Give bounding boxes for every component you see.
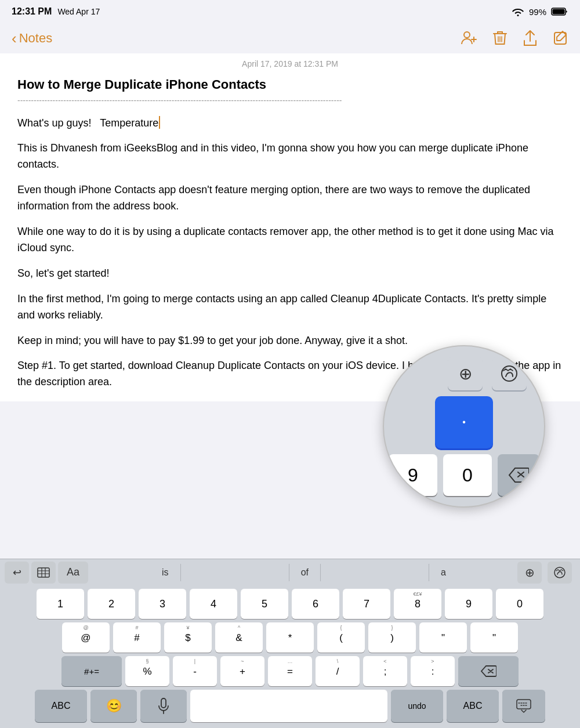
magnify-scribble-svg <box>499 364 519 383</box>
key-6-label: 6 <box>313 599 318 609</box>
key-percent-label: % <box>143 667 151 676</box>
key-5-label: 5 <box>262 599 267 609</box>
key-2[interactable]: 2 <box>88 589 135 619</box>
predictive-word-1[interactable]: is <box>150 564 181 581</box>
key-0[interactable]: 0 <box>496 589 543 619</box>
nav-actions <box>459 29 568 48</box>
trash-icon[interactable] <box>492 29 508 48</box>
key-8[interactable]: €£¥ 8 <box>394 589 441 619</box>
key-lparen-label: ( <box>339 633 343 643</box>
back-button[interactable]: ‹ Notes <box>12 31 52 46</box>
key-1-label: 1 <box>57 599 63 609</box>
key-abc2[interactable]: ABC <box>447 690 499 722</box>
predictive-bar: ↩ Aa is of a ⊕ <box>0 559 580 585</box>
key-emoji-label: 😊 <box>106 700 122 712</box>
key-star[interactable]: * <box>266 622 314 653</box>
key-rquote[interactable]: " <box>470 622 518 653</box>
magnify-add-icon[interactable]: ⊕ <box>448 357 483 390</box>
key-dash-label: - <box>193 667 197 676</box>
keyboard-dismiss-icon[interactable]: ↩ <box>5 562 29 584</box>
key-dollar[interactable]: ¥ $ <box>164 622 212 653</box>
key-at[interactable]: @ @ <box>62 622 110 653</box>
predictive-word-2[interactable]: of <box>289 564 321 581</box>
key-4[interactable]: 4 <box>190 589 237 619</box>
svg-point-2 <box>464 32 470 38</box>
magnify-bottom-row: 9 0 <box>389 454 539 496</box>
key-slash[interactable]: \ / <box>316 656 360 686</box>
key-emoji[interactable]: 😊 <box>90 690 137 722</box>
key-dollar-label: $ <box>185 633 190 643</box>
share-icon[interactable] <box>522 29 538 48</box>
key-rquote-label: " <box>492 633 496 643</box>
magnify-center-key[interactable]: • <box>435 396 493 448</box>
key-keyboard-dismiss[interactable] <box>502 690 545 722</box>
key-3[interactable]: 3 <box>139 589 186 619</box>
key-plus[interactable]: ~ + <box>220 656 264 686</box>
scribble-icon[interactable] <box>548 562 572 584</box>
magnify-9-label: 9 <box>408 465 418 486</box>
key-percent-sublabel: § <box>125 659 169 664</box>
magnify-key-0[interactable]: 0 <box>443 454 492 496</box>
predictive-word-3[interactable]: a <box>429 564 458 581</box>
key-3-label: 3 <box>160 599 165 609</box>
key-7[interactable]: 7 <box>343 589 390 619</box>
compose-icon[interactable] <box>552 29 568 48</box>
text-cursor <box>159 116 160 129</box>
key-lquote[interactable]: " <box>419 622 467 653</box>
note-para-2: Even though iPhone Contacts app doesn't … <box>17 182 563 215</box>
key-rparen-sublabel: } <box>368 625 416 631</box>
magnify-overlay: ⊕ • 9 0 <box>383 345 545 508</box>
table-icon[interactable] <box>31 562 56 584</box>
format-icon[interactable]: Aa <box>58 562 88 584</box>
key-hash[interactable]: # # <box>113 622 161 653</box>
key-abc[interactable]: ABC <box>35 690 87 722</box>
key-slash-sublabel: \ <box>316 659 360 664</box>
magnify-0-label: 0 <box>462 465 473 486</box>
key-undo[interactable]: undo <box>391 690 443 722</box>
predictive-suggestions: is of a <box>90 564 517 581</box>
keyboard-hide-icon <box>516 699 531 713</box>
magnify-key-9[interactable]: 9 <box>389 454 437 496</box>
magnify-center-label: • <box>462 417 466 428</box>
key-colon[interactable]: > : <box>411 656 455 686</box>
note-para-6: In the first method, I'm going to merge … <box>17 291 563 324</box>
key-1[interactable]: 1 <box>37 589 84 619</box>
back-label: Notes <box>19 31 52 46</box>
battery-icon <box>551 7 568 16</box>
note-title[interactable]: How to Merge Duplicate iPhone Contacts <box>17 77 563 93</box>
status-time: 12:31 PM <box>12 6 52 17</box>
key-rparen[interactable]: } ) <box>368 622 416 653</box>
key-space[interactable] <box>190 690 387 722</box>
key-9[interactable]: 9 <box>445 589 492 619</box>
key-amp[interactable]: ^ & <box>215 622 263 653</box>
key-semicolon[interactable]: < ; <box>363 656 407 686</box>
key-5[interactable]: 5 <box>241 589 288 619</box>
key-hashplus[interactable]: #+= <box>61 656 122 686</box>
key-delete[interactable] <box>458 656 519 686</box>
back-chevron-icon: ‹ <box>12 31 17 46</box>
key-dash[interactable]: | - <box>173 656 217 686</box>
add-icon[interactable]: ⊕ <box>517 562 542 584</box>
key-abc2-label: ABC <box>463 701 483 711</box>
key-mic[interactable] <box>140 690 187 722</box>
note-heading: What's up guys! Temperature <box>17 115 563 132</box>
key-amp-sublabel: ^ <box>215 625 263 631</box>
key-undo-label: undo <box>408 702 426 710</box>
key-percent[interactable]: § % <box>125 656 169 686</box>
scribble-svg <box>553 566 566 579</box>
note-para-3: While one way to do it is by using a dup… <box>17 224 563 256</box>
svg-rect-4 <box>38 568 49 577</box>
add-person-icon[interactable] <box>459 29 478 48</box>
key-2-label: 2 <box>108 599 114 609</box>
key-colon-sublabel: > <box>411 659 455 664</box>
key-equals[interactable]: … = <box>268 656 312 686</box>
keyboard-row-bottom: ABC 😊 undo ABC <box>2 690 578 722</box>
magnify-delete-key[interactable] <box>498 454 539 496</box>
svg-rect-6 <box>161 698 166 708</box>
note-content: April 17, 2019 at 12:31 PM How to Merge … <box>0 53 580 401</box>
key-lparen[interactable]: { ( <box>317 622 365 653</box>
svg-rect-1 <box>553 9 565 15</box>
status-bar: 12:31 PM Wed Apr 17 99% <box>0 0 580 23</box>
svg-rect-7 <box>517 700 531 709</box>
key-6[interactable]: 6 <box>292 589 339 619</box>
